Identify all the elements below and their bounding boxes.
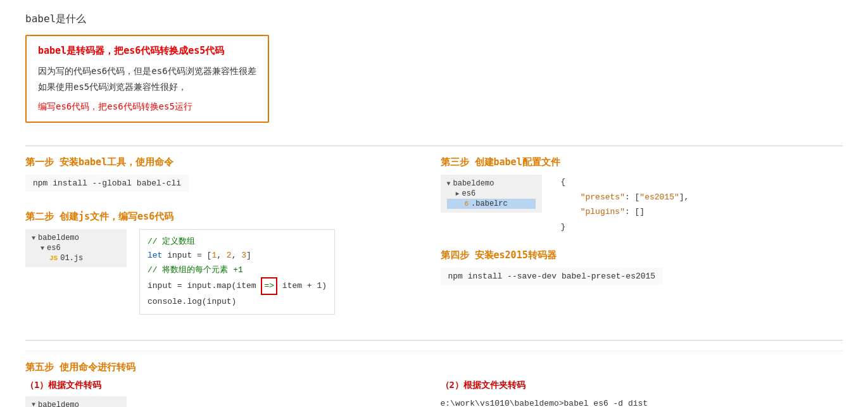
folder-babeldemo3-label: babeldemo [453, 179, 494, 188]
step4-heading: 第四步 安装es2015转码器 [441, 249, 843, 261]
tree-item-babelrc: 6 .babelrc [447, 199, 536, 209]
step1-command: npm install --global babel-cli [25, 175, 189, 192]
step2-area: ▼ babeldemo ▼ es6 JS 01.js // 定义数组 le [25, 229, 415, 314]
babelrc-file-icon: 6 [465, 200, 469, 208]
file-babelrc-label: .babelrc [471, 199, 508, 208]
step3-content: ▼ babeldemo ► es6 6 .babelrc { [441, 175, 843, 234]
step5-sub2-label: （2）根据文件夹转码 [441, 380, 843, 391]
tree-item-es6: ▼ es6 [32, 243, 120, 253]
file-01js-label: 01.js [60, 254, 83, 263]
config-line3: "plugins": [] [561, 204, 689, 219]
left-column: 第一步 安装babel工具，使用命令 npm install --global … [25, 156, 434, 329]
step2-section: 第二步 创建js文件，编写es6代码 ▼ babeldemo ▼ es6 JS … [25, 211, 415, 314]
step3-file-tree: ▼ babeldemo ► es6 6 .babelrc [441, 175, 542, 213]
step3-config: { "presets": ["es2015"], "plugins": [] } [561, 175, 689, 234]
step2-file-tree: ▼ babeldemo ▼ es6 JS 01.js [25, 229, 127, 267]
code-line3: console.log(input) [148, 295, 327, 309]
step4-command: npm install --save-dev babel-preset-es20… [441, 268, 664, 285]
arrow-highlight: => [261, 277, 277, 295]
folder-es6-3-label: es6 [462, 189, 476, 198]
code-line1: let input = [1, 2, 3] [148, 249, 327, 263]
highlight-line3: 编写es6代码，把es6代码转换es5运行 [38, 101, 256, 113]
step5-section: 第五步 使用命令进行转码 （1）根据文件转码 ▼ babeldemo ▼ dis… [25, 351, 843, 407]
tree-item-01js: JS 01.js [32, 253, 120, 263]
tree-item-babeldemo5: ▼ babeldemo [32, 400, 120, 407]
step5-sub1-label: （1）根据文件转码 [25, 380, 422, 391]
step5-sub2-command: e:\work\vs1010\babeldemo>babel es6 -d di… [441, 396, 843, 407]
main-layout: 第一步 安装babel工具，使用命令 npm install --global … [25, 156, 843, 329]
step2-heading: 第二步 创建js文件，编写es6代码 [25, 211, 415, 223]
triangle-icon5: ▼ [32, 401, 35, 407]
triangle-icon3: ▼ [447, 180, 451, 187]
step3-heading: 第三步 创建babel配置文件 [441, 156, 843, 168]
code-line2: input = input.map(item => item + 1) [148, 277, 327, 295]
config-line2: "presets": ["es2015"], [561, 190, 689, 204]
step5-left: （1）根据文件转码 ▼ babeldemo ▼ dist JS 001.js ▼… [25, 380, 434, 407]
divider1 [25, 146, 843, 146]
tree-item-babeldemo: ▼ babeldemo [32, 233, 120, 243]
step5-layout: （1）根据文件转码 ▼ babeldemo ▼ dist JS 001.js ▼… [25, 380, 843, 407]
folder-es6-label: es6 [47, 244, 61, 253]
code-comment2: // 将数组的每个元素 +1 [148, 263, 327, 277]
tree-item-es6-3: ► es6 [447, 189, 536, 199]
folder-babeldemo-label: babeldemo [38, 234, 79, 242]
triangle-icon: ▼ [32, 235, 35, 242]
config-line4: } [561, 220, 689, 234]
tree-item-babeldemo3: ▼ babeldemo [447, 178, 536, 189]
highlight-line1: babel是转码器，把es6代码转换成es5代码 [38, 45, 256, 57]
highlight-line2: 因为写的代码es6代码，但是es6代码浏览器兼容性很差如果使用es5代码浏览器兼… [38, 63, 256, 95]
step5-file-tree: ▼ babeldemo ▼ dist JS 001.js ▼ es6 JS [25, 396, 127, 407]
triangle-icon2: ▼ [41, 245, 44, 252]
step1-heading: 第一步 安装babel工具，使用命令 [25, 156, 415, 168]
step5-right: （2）根据文件夹转码 e:\work\vs1010\babeldemo>babe… [434, 380, 843, 407]
step3-section: 第三步 创建babel配置文件 ▼ babeldemo ► es6 6 .bab… [441, 156, 843, 234]
step2-code-area: // 定义数组 let input = [1, 2, 3] // 将数组的每个元… [139, 229, 335, 314]
folder-babeldemo5-label: babeldemo [38, 401, 79, 407]
right-column: 第三步 创建babel配置文件 ▼ babeldemo ► es6 6 .bab… [434, 156, 843, 329]
step1-section: 第一步 安装babel工具，使用命令 npm install --global … [25, 156, 415, 196]
config-line1: { [561, 175, 689, 189]
highlight-box: babel是转码器，把es6代码转换成es5代码 因为写的代码es6代码，但是e… [25, 35, 269, 123]
page-title: babel是什么 [25, 13, 843, 26]
triangle-icon4: ► [456, 191, 460, 197]
js-file-icon: JS [49, 254, 58, 262]
code-comment1: // 定义数组 [148, 235, 327, 249]
step5-heading: 第五步 使用命令进行转码 [25, 361, 843, 373]
divider2 [25, 340, 843, 341]
step4-section: 第四步 安装es2015转码器 npm install --save-dev b… [441, 249, 843, 289]
